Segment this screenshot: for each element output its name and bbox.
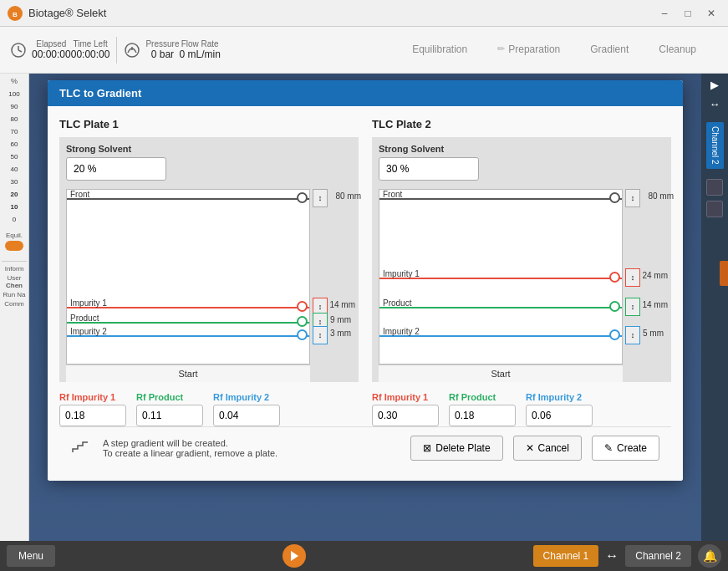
plate1-front-label: Front (70, 190, 89, 199)
plate1-tlc-wrapper: Front ↕ 80 mm Impurity 1 (66, 189, 352, 382)
plate2-tlc-visual: Front ↕ 80 mm Impurity 1 (379, 189, 623, 365)
plate1-impurity1-label: Impurity 1 (70, 298, 107, 308)
plate1-solvent-label: Strong Solvent (66, 144, 352, 154)
y70: 70 (11, 128, 18, 135)
plate1-front-circle[interactable] (297, 192, 308, 203)
plate2-impurity1-circle[interactable] (609, 272, 620, 283)
pencil-icon: ✏ (497, 43, 505, 54)
plate2-impurity1-ctrl[interactable]: ↕ (625, 268, 640, 287)
plate1-impurity2-mm: 3 mm (330, 329, 351, 338)
equil-toggle[interactable] (5, 241, 23, 251)
plate1-solvent-input[interactable] (66, 157, 166, 181)
plate1-impurity2-line: Impurity 2 ↕ 3 mm (67, 335, 309, 337)
plate2-rf-product-input[interactable] (449, 405, 516, 426)
plate2-gray-bg: Strong Solvent Front (372, 137, 671, 382)
edit-icon: ✎ (604, 442, 613, 454)
timeleft-display: Time Left 00:00:00 (71, 39, 110, 60)
plate2-front-mm: 80 mm (648, 191, 674, 201)
content-area: TLC to Gradient TLC Plate 1 Strong Solve… (29, 74, 701, 541)
plate1-section: TLC Plate 1 Strong Solvent Front (59, 118, 359, 426)
flowrate-display: Flow Rate 0 mL/min (179, 39, 220, 60)
plate2-product-circle[interactable] (609, 301, 620, 312)
equil-text: Equil. (6, 232, 23, 239)
plate2-product-ctrl[interactable]: ↕ (625, 298, 640, 316)
left-right-arrows-icon: ↔ (710, 98, 720, 110)
plate2-impurity2-ctrl[interactable]: ↕ (625, 326, 640, 344)
right-arrow-icon[interactable]: ▶ (710, 79, 719, 91)
plate2-product-line: Product ↕ 14 mm (379, 307, 622, 308)
plate2-impurity2-mm: 5 mm (643, 329, 664, 338)
play-button[interactable] (281, 543, 308, 569)
step-note: A step gradient will be created. To crea… (103, 438, 277, 458)
plate1-product-label: Product (70, 314, 99, 323)
plate1-rf-impurity2-input[interactable] (213, 405, 280, 426)
maximize-button[interactable]: □ (678, 3, 698, 23)
delete-plate-button[interactable]: ⊠ Delete Plate (410, 436, 502, 461)
tab-equilibration[interactable]: Equilibration (397, 38, 482, 62)
channel-swap-icon[interactable]: ↔ (605, 548, 619, 563)
app-logo: B (7, 5, 23, 22)
plate2-front-ctrl[interactable]: ↕ (625, 189, 640, 207)
sidebar-btn2[interactable] (706, 201, 723, 217)
plate1-title: TLC Plate 1 (59, 118, 359, 130)
plate2-rf-impurity2-input[interactable] (526, 405, 593, 426)
cancel-button[interactable]: ✕ Cancel (513, 436, 582, 461)
percent-label: % (11, 77, 18, 85)
svg-marker-7 (291, 551, 298, 561)
play-circle (283, 544, 306, 568)
plate2-rf-impurity1-input[interactable] (372, 405, 439, 426)
plate1-rf-impurity1-label: Rf Impurity 1 (59, 392, 126, 402)
y40: 40 (11, 166, 18, 173)
plate2-solvent-input[interactable] (379, 157, 479, 181)
close-button[interactable]: ✕ (701, 3, 721, 23)
menu-button[interactable]: Menu (7, 545, 55, 567)
bell-button[interactable]: 🔔 (698, 544, 721, 568)
elapsed-label: Elapsed (36, 39, 66, 48)
plate2-rf-impurity1: Rf Impurity 1 (372, 392, 439, 426)
plate2-title: TLC Plate 2 (372, 118, 671, 130)
main-layout: % 100 90 80 70 60 50 40 30 20 10 0 Equil… (0, 74, 728, 541)
tab-preparation[interactable]: ✏ Preparation (482, 38, 575, 62)
left-sidebar: % 100 90 80 70 60 50 40 30 20 10 0 Equil… (0, 74, 29, 541)
channel2-button[interactable]: Channel 2 (625, 545, 691, 567)
titlebar: B Biotage® Selekt – □ ✕ (0, 0, 728, 27)
y30: 30 (11, 178, 18, 186)
navigation-tabs: Equilibration ✏ Preparation Gradient Cle… (221, 38, 718, 62)
window-controls: – □ ✕ (654, 3, 721, 23)
plate1-tlc-visual: Front ↕ 80 mm Impurity 1 (66, 189, 310, 365)
plate2-impurity1-label: Impurity 1 (383, 269, 420, 278)
sidebar-btn1[interactable] (706, 179, 723, 196)
user-value: Chen (2, 282, 27, 289)
plate1-product-circle[interactable] (297, 316, 308, 327)
app-title: Biotage® Selekt (28, 7, 654, 19)
plate2-rf-impurity2-label: Rf Impurity 2 (526, 392, 593, 402)
plate1-start-label: Start (66, 365, 310, 382)
plate1-rf-impurity2: Rf Impurity 2 (213, 392, 280, 426)
plate1-front-ctrl[interactable]: ↕ (313, 189, 328, 207)
inform-label: Inform (2, 265, 27, 273)
minimize-button[interactable]: – (654, 3, 675, 23)
plate2-product-mm: 14 mm (642, 300, 668, 309)
channel1-button[interactable]: Channel 1 (533, 545, 599, 567)
plate2-front-circle[interactable] (609, 192, 620, 203)
plate2-front-label: Front (383, 190, 402, 199)
user-label: User (2, 274, 27, 282)
plate1-rf-row: Rf Impurity 1 Rf Product Rf Impurity 2 (59, 392, 359, 426)
tab-gradient[interactable]: Gradient (575, 38, 644, 62)
plate2-rf-product: Rf Product (449, 392, 516, 426)
timeleft-label: Time Left (73, 39, 107, 48)
plate1-rf-product-input[interactable] (136, 405, 203, 426)
plate1-impurity2-ctrl[interactable]: ↕ (313, 326, 328, 344)
dialog-body: TLC Plate 1 Strong Solvent Front (48, 106, 683, 481)
plate1-rf-impurity1-input[interactable] (59, 405, 126, 426)
create-button[interactable]: ✎ Create (592, 436, 659, 461)
right-sidebar: ▶ ↔ Channel 2 (701, 74, 728, 541)
pressure-value: 0 bar (151, 48, 174, 60)
channel2-sidebar-label[interactable]: Channel 2 (706, 122, 724, 169)
topbar: Elapsed 00:00:00 Time Left 00:00:00 Pres… (0, 27, 728, 74)
tab-cleanup[interactable]: Cleanup (644, 38, 711, 62)
plate1-impurity2-circle[interactable] (297, 329, 308, 340)
plate2-impurity2-circle[interactable] (609, 329, 620, 340)
equil-section: Equil. (5, 232, 23, 251)
plate1-impurity1-circle[interactable] (297, 301, 308, 312)
